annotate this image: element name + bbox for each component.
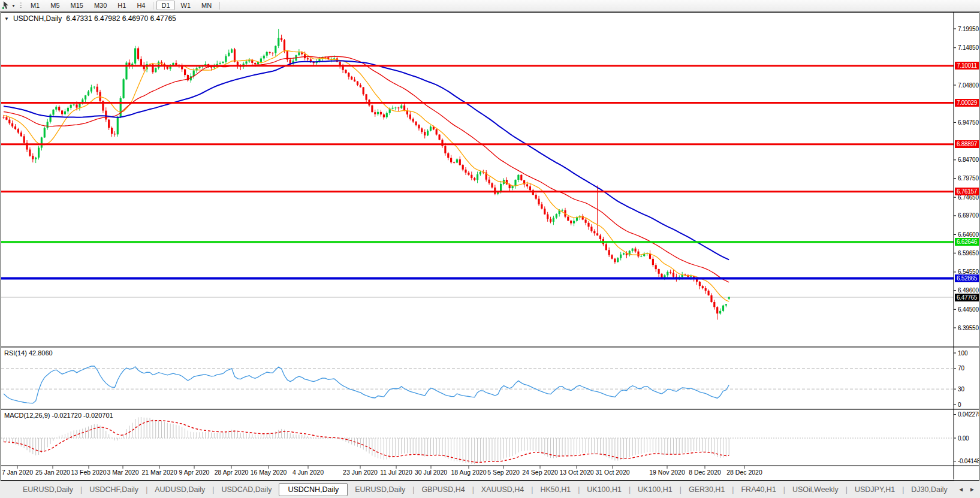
candle-body — [351, 77, 352, 80]
candle-body — [20, 132, 22, 136]
candle-body — [29, 150, 31, 156]
price-axis-tick-label: 6.64600 — [958, 231, 979, 238]
candle-body — [596, 233, 598, 236]
price-line-label: 6.52865 — [955, 274, 979, 282]
candle-body — [50, 114, 52, 122]
tab-gbpusd-h4[interactable]: GBPUSD,H4 — [414, 484, 472, 496]
candle-body — [424, 132, 426, 135]
candle-body — [658, 269, 660, 274]
candle-body — [430, 126, 432, 131]
tab-scroll-left-icon[interactable]: ◄ — [958, 486, 964, 493]
candle-body — [357, 82, 358, 85]
tab-usdchf-daily[interactable]: USDCHF,Daily — [82, 484, 146, 496]
candle-body — [254, 63, 256, 64]
candle-body — [538, 199, 539, 205]
candle-body — [421, 128, 423, 132]
time-axis-label: 24 Sep 2020 — [522, 469, 558, 476]
candle-body — [307, 58, 309, 59]
candle-body — [73, 104, 75, 105]
toolbar-shadow-edge — [0, 11, 980, 12]
tab-usoil-weekly[interactable]: USOil,Weekly — [785, 484, 846, 496]
candle-body — [198, 67, 200, 68]
tab-usdcnh-daily[interactable]: USDCNH,Daily — [279, 483, 348, 496]
candle-body — [266, 52, 268, 56]
candle-body — [14, 126, 16, 129]
candle-body — [547, 215, 548, 219]
candle-body — [459, 159, 461, 165]
chart-symbol-period: USDCNH,Daily — [13, 14, 62, 23]
candle-body — [360, 85, 361, 87]
time-axis-label: 19 Nov 2020 — [649, 469, 685, 476]
candle-body — [123, 79, 125, 98]
time-axis-label: 7 Jan 2020 — [2, 469, 33, 476]
price-chart-canvas[interactable]: 7.199507.148507.048006.947506.847006.797… — [1, 13, 979, 480]
candle-body — [225, 56, 227, 62]
tab-hk50-h1[interactable]: HK50,H1 — [533, 484, 578, 496]
candle-body — [85, 95, 86, 99]
collapse-icon[interactable]: ▼ — [4, 16, 9, 22]
candle-body — [117, 117, 119, 135]
tab-usdjpy-h1[interactable]: USDJPY,H1 — [848, 484, 902, 496]
candle-body — [23, 136, 25, 143]
candle-body — [304, 54, 306, 58]
candle-body — [167, 67, 168, 69]
tab-xauusd-h4[interactable]: XAUUSD,H4 — [474, 484, 532, 496]
timeframe-button-w1[interactable]: W1 — [176, 1, 196, 10]
candle-body — [456, 159, 458, 163]
tab-dj30-daily[interactable]: DJ30,Daily — [904, 484, 954, 496]
candle-body — [52, 110, 54, 115]
chevron-down-icon[interactable]: ▼ — [11, 4, 16, 8]
candle-body — [436, 129, 438, 135]
timeframe-button-m5[interactable]: M5 — [46, 1, 64, 10]
candle-body — [468, 173, 469, 175]
tab-eurusd-daily[interactable]: EURUSD,Daily — [16, 484, 80, 496]
toolbar-separator — [153, 2, 153, 10]
candle-body — [544, 209, 545, 214]
candle-body — [620, 255, 622, 258]
timeframe-button-m30[interactable]: M30 — [89, 1, 111, 10]
tab-eurusd-daily[interactable]: EURUSD,Daily — [348, 484, 412, 496]
tab-ger30-h1[interactable]: GER30,H1 — [682, 484, 732, 496]
candle-body — [585, 220, 587, 223]
candle-body — [480, 172, 481, 174]
tab-usdcad-daily[interactable]: USDCAD,Daily — [214, 484, 279, 496]
tab-fra40-h1[interactable]: FRA40,H1 — [734, 484, 783, 496]
timeframe-button-m1[interactable]: M1 — [26, 1, 44, 10]
candle-body — [354, 80, 355, 82]
candle-body — [231, 49, 233, 53]
candle-body — [725, 304, 727, 306]
bid-price-label: 6.47765 — [955, 294, 979, 301]
candle-body — [269, 52, 271, 53]
candle-body — [655, 265, 657, 269]
cursor-tool-button[interactable]: ▼ — [0, 1, 17, 10]
toolbar-separator — [219, 2, 220, 10]
candle-body — [91, 87, 92, 92]
candle-body — [617, 258, 619, 262]
toolbar-grip[interactable] — [20, 2, 22, 9]
rsi-line — [4, 366, 729, 403]
candle-body — [593, 231, 595, 234]
candle-body — [576, 218, 578, 221]
timeframe-button-h4[interactable]: H4 — [132, 1, 150, 10]
time-axis-label: 18 Aug 2020 — [451, 469, 487, 476]
candle-body — [474, 178, 475, 180]
candle-body — [550, 219, 551, 222]
time-axis-label: 30 Jul 2020 — [415, 469, 447, 476]
tab-uk100-h1[interactable]: UK100,H1 — [580, 484, 629, 496]
tab-scroll-right-icon[interactable]: ► — [969, 486, 975, 493]
chart-title: ▼ USDCNH,Daily 6.47331 6.47982 6.46970 6… — [4, 14, 176, 23]
timeframe-button-h1[interactable]: H1 — [113, 1, 131, 10]
candle-body — [99, 92, 101, 101]
price-axis-tick-label: 7.14850 — [958, 44, 979, 51]
timeframe-button-m15[interactable]: M15 — [66, 1, 88, 10]
candle-body — [245, 62, 247, 64]
timeframe-button-d1[interactable]: D1 — [156, 1, 174, 10]
tab-audusd-daily[interactable]: AUDUSD,Daily — [147, 484, 212, 496]
tab-uk100-h1[interactable]: UK100,H1 — [631, 484, 680, 496]
price-axis-tick-label: 6.49600 — [958, 287, 979, 294]
candle-body — [632, 249, 634, 251]
time-axis-label: 16 May 2020 — [251, 469, 287, 476]
timeframe-button-mn[interactable]: MN — [197, 1, 216, 10]
price-axis-tick-label: 6.44500 — [958, 306, 979, 313]
candle-body — [708, 291, 710, 295]
